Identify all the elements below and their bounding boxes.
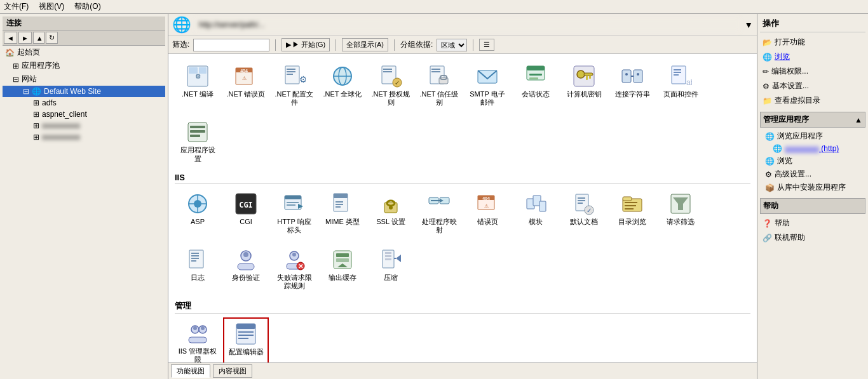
mime-types-label: MIME 类型 <box>325 218 360 226</box>
right-action-browse[interactable]: 🌐 浏览 <box>760 50 865 64</box>
http-resp-label: HTTP 响应标头 <box>275 218 314 234</box>
filter-input[interactable] <box>193 39 269 51</box>
svg-text:404: 404 <box>482 196 490 201</box>
dir-browse-label: 目录浏览 <box>618 218 646 226</box>
manage-app-section-header[interactable]: 管理应用程序 ▲ <box>760 112 865 128</box>
svg-rect-63 <box>336 201 343 203</box>
svg-rect-11 <box>287 74 293 75</box>
icon-page-control[interactable]: ab 页面和控件 <box>658 60 703 110</box>
svg-rect-47 <box>190 126 205 128</box>
icon-cgi[interactable]: CGI CGI <box>223 188 269 237</box>
right-sub-install-gallery[interactable]: 📦 从库中安装应用程序 <box>760 181 865 194</box>
net-error-icon-box: 404 ⚠ <box>233 63 259 89</box>
right-action-open-feature[interactable]: 📂 打开功能 <box>760 35 865 50</box>
right-action-edit-perm[interactable]: ✏ 编辑权限... <box>760 64 865 79</box>
net-global-label: .NET 全球化 <box>323 90 362 98</box>
cgi-label: CGI <box>240 218 252 226</box>
right-action-view-vdir[interactable]: 📁 查看虚拟目录 <box>760 93 865 108</box>
icon-net-config[interactable]: ⚙ .NET 配置文件 <box>271 60 317 110</box>
sites-expand-icon: ⊟ <box>13 75 19 84</box>
right-sub-browse2[interactable]: 🌐 浏览 <box>760 154 865 168</box>
icon-config-editor[interactable]: 配置编辑器 <box>223 317 269 363</box>
right-sub-browse-http[interactable]: 🌐 xxxxxxxxx (http) <box>760 143 865 154</box>
sidebar-item-adfs[interactable]: ⊞ adfs <box>3 97 165 109</box>
sidebar-item-aspnet-client[interactable]: ⊞ aspnet_client <box>3 109 165 120</box>
svg-rect-42 <box>674 69 681 70</box>
icon-asp[interactable]: ASP <box>175 188 220 237</box>
icon-net-global[interactable]: .NET 全球化 <box>320 60 365 110</box>
compress-icon-box <box>378 247 403 272</box>
icon-default-doc[interactable]: ✓ 默认文档 <box>561 188 607 237</box>
advanced-icon: ⚙ <box>765 170 772 179</box>
show-all-btn[interactable]: 全部显示(A) <box>342 38 388 51</box>
svg-rect-43 <box>674 72 681 73</box>
icon-net-auth[interactable]: ✓ .NET 授权规则 <box>368 60 414 110</box>
tab-content-view[interactable]: 内容视图 <box>213 364 252 378</box>
sidebar-refresh-btn[interactable]: ↻ <box>46 32 58 44</box>
expand-icon: ▼ <box>744 20 753 30</box>
address-text[interactable]: http://server/path/... <box>195 18 740 32</box>
adfs-expand-icon: ⊞ <box>33 98 39 107</box>
right-help-online[interactable]: 🔗 联机帮助 <box>760 230 865 245</box>
handler-svg <box>428 192 451 215</box>
icon-compress[interactable]: 压缩 <box>368 244 414 293</box>
icon-net-error-page[interactable]: 404 ⚠ .NET 错误页 <box>223 60 269 110</box>
icon-fail-req[interactable]: ✕ 失败请求限踪规则 <box>271 244 317 293</box>
sidebar-back-btn[interactable]: ◄ <box>4 32 17 44</box>
icon-net-trust[interactable]: .NET 信任级别 <box>416 60 462 110</box>
menu-file[interactable]: 文件(F) <box>4 1 29 12</box>
svg-rect-84 <box>578 203 583 204</box>
icon-req-filter[interactable]: 请求筛选 <box>658 188 703 237</box>
right-action-basic-settings[interactable]: ⚙ 基本设置... <box>760 79 865 93</box>
net-trust-label: .NET 信任级别 <box>419 90 459 107</box>
icon-ssl[interactable]: SSL 设置 <box>368 188 414 237</box>
icon-machine-key[interactable]: 计算机密钥 <box>561 60 607 110</box>
sidebar-item-home[interactable]: 🏠 起始页 <box>3 46 165 59</box>
icon-session[interactable]: 会话状态 <box>513 60 559 110</box>
sidebar-item-blurred2[interactable]: ⊞ xxxxxxxxxx <box>3 131 165 143</box>
menu-view[interactable]: 视图(V) <box>39 1 64 12</box>
icon-smtp-email[interactable]: SMTP 电子邮件 <box>465 60 510 110</box>
icon-app-settings[interactable]: 应用程序设置 <box>175 116 220 166</box>
svg-text:CGI: CGI <box>239 201 253 209</box>
tab-func-view[interactable]: 功能视图 <box>171 364 210 378</box>
menu-help[interactable]: 帮助(O) <box>74 1 100 12</box>
sidebar-item-default-web-site[interactable]: ⊟ 🌐 Default Web Site <box>3 86 165 97</box>
sidebar-item-apppool[interactable]: ⊞ 应用程序池 <box>3 59 165 72</box>
sidebar-item-blurred1[interactable]: ⊞ xxxxxxxxxx <box>3 120 165 131</box>
req-filter-svg <box>669 192 692 215</box>
svg-rect-10 <box>287 71 295 72</box>
svg-rect-23 <box>431 71 440 72</box>
right-sub-advanced[interactable]: ⚙ 高级设置... <box>760 168 865 181</box>
output-cache-icon-box <box>330 247 355 272</box>
config-editor-label: 配置编辑器 <box>229 348 264 356</box>
sidebar-item-sites[interactable]: ⊟ 网站 <box>3 72 165 86</box>
icon-handler-map[interactable]: 处理程序映射 <box>416 188 462 237</box>
start-btn[interactable]: ▶ ▶ 开始(G) <box>281 38 330 51</box>
icon-net-compile[interactable]: ⚙ .NET 编译 <box>175 60 220 110</box>
icon-mime-types[interactable]: MIME 类型 <box>320 188 365 237</box>
sidebar-fwd-btn[interactable]: ► <box>18 32 32 44</box>
right-help-help[interactable]: ❓ 帮助 <box>760 216 865 230</box>
handler-map-label: 处理程序映射 <box>419 218 459 234</box>
iis-icons-grid: ASP CGI CGI <box>175 188 750 237</box>
icon-modules[interactable]: 模块 <box>513 188 559 237</box>
icon-http-resp[interactable]: HTTP 响应标头 <box>271 188 317 237</box>
icon-output-cache[interactable]: 输出缓存 <box>320 244 365 293</box>
icon-conn-string[interactable]: 连接字符串 <box>609 60 655 110</box>
right-sub-browse-app[interactable]: 🌐 浏览应用程序 <box>760 130 865 143</box>
icon-iis-mgr-perm[interactable]: IIS 管理器权限 <box>175 317 220 363</box>
aspnet-expand-icon: ⊞ <box>33 110 39 119</box>
fail-req-icon-box: ✕ <box>281 247 307 272</box>
icon-dir-browse[interactable]: 目录浏览 <box>609 188 655 237</box>
right-panel: 操作 📂 打开功能 🌐 浏览 ✏ 编辑权限... ⚙ 基本设置... 📁 查看虚… <box>757 14 868 379</box>
req-filter-label: 请求筛选 <box>667 218 695 226</box>
group-select[interactable]: 区域 <box>437 39 467 51</box>
icon-error-page[interactable]: 404 ⚠ 错误页 <box>465 188 510 237</box>
sidebar-up-btn[interactable]: ▲ <box>33 32 44 44</box>
view-btn[interactable]: ☰ <box>479 39 494 51</box>
icon-log[interactable]: 日志 <box>175 244 220 293</box>
net-config-svg: ⚙ <box>283 65 306 88</box>
toolbar-sep1 <box>275 39 276 51</box>
icon-auth2[interactable]: 身份验证 <box>223 244 269 293</box>
